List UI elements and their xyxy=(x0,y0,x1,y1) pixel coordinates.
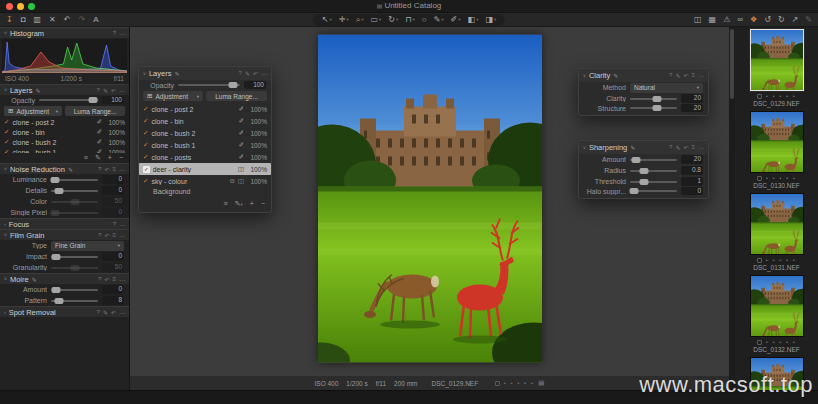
crop-tool-icon[interactable]: ▭▾ xyxy=(370,14,381,26)
help-icon[interactable]: ? xyxy=(239,70,242,77)
layer-row[interactable]: ✓clone - post 2✐100% xyxy=(0,117,129,127)
impact-value[interactable]: 0 xyxy=(102,252,124,261)
layer-row[interactable]: ✓clone - posts✐100% xyxy=(139,151,271,163)
layer-row[interactable]: ✓clone - bin✐100% xyxy=(0,127,129,137)
thumbnail-item[interactable]: • • • • • DSC_0129.NEF xyxy=(735,29,818,108)
add-layer-icon[interactable]: + xyxy=(250,200,254,208)
spot-removal-panel-header[interactable]: ›Spot Removal ?✎↶⋯ xyxy=(0,306,129,317)
fill-mask-tool-icon[interactable]: ◧▾ xyxy=(468,14,479,26)
cursor-annotate-icon[interactable]: ↗ xyxy=(792,14,799,26)
layer-type-dropdown[interactable]: ⊞Adjustment▾ xyxy=(4,106,62,116)
thumb-checkbox[interactable] xyxy=(757,340,762,345)
select-tool-icon[interactable]: ↖▾ xyxy=(322,14,332,26)
color-value[interactable]: 50 xyxy=(102,197,124,206)
layers-panel-header[interactable]: ˅Layers✎ ?✎↶⋯ xyxy=(0,84,129,95)
clarity-floating-panel[interactable]: ˅Clarity✎ ?✎↶≡⋯ MethodNatural▾ Clarity20… xyxy=(578,68,709,116)
add-layer-icon[interactable]: + xyxy=(108,154,112,162)
single-pixel-value[interactable]: 0 xyxy=(102,208,124,217)
capture-icon[interactable]: ◘ xyxy=(21,14,26,26)
amount-slider[interactable] xyxy=(630,159,677,161)
rotate-tool-icon[interactable]: ↻▾ xyxy=(388,14,398,26)
focus-panel-header[interactable]: ›Focus ?⋯ xyxy=(0,218,129,229)
brush-settings-icon[interactable]: ✎▾ xyxy=(235,200,243,208)
help-icon[interactable]: ? xyxy=(669,72,672,79)
thumb-checkbox[interactable] xyxy=(757,176,762,181)
sharpening-panel-header[interactable]: ˅Sharpening✎ ?✎↶≡⋯ xyxy=(579,141,708,154)
details-slider[interactable] xyxy=(51,190,98,192)
clarity-slider[interactable] xyxy=(630,98,677,100)
thumbnail-item[interactable]: • • • • • DSC_0131.NEF xyxy=(735,193,818,272)
halo-suppression-slider[interactable] xyxy=(630,190,677,192)
thumb-checkbox[interactable] xyxy=(757,94,762,99)
pan-tool-icon[interactable]: ✛▾ xyxy=(339,14,349,26)
list-mode-icon[interactable]: ≡ xyxy=(84,154,88,162)
single-pixel-slider[interactable] xyxy=(51,212,98,214)
moire-pattern-value[interactable]: 8 xyxy=(102,296,124,305)
import-icon[interactable]: ↧ xyxy=(6,14,13,26)
moire-amount-value[interactable]: 0 xyxy=(102,285,124,294)
mask-visibility-icon[interactable]: ❖ xyxy=(750,14,757,26)
amount-value[interactable]: 20 xyxy=(681,155,703,164)
redo-icon[interactable]: ↷ xyxy=(79,14,86,26)
film-grain-panel-header[interactable]: ˅Film Grain ?↶≡⋯ xyxy=(0,229,129,240)
proof-margin-icon[interactable]: ◫ xyxy=(694,14,702,26)
threshold-value[interactable]: 1 xyxy=(681,177,703,186)
structure-slider[interactable] xyxy=(630,107,677,109)
edit-mask-icon[interactable]: ✎ xyxy=(35,87,40,94)
photo-canvas[interactable] xyxy=(318,34,542,363)
help-icon[interactable]: ? xyxy=(669,144,672,151)
layer-row-selected[interactable]: ✓deer - clarity◫100% xyxy=(139,163,271,175)
halo-suppression-value[interactable]: 0 xyxy=(681,187,703,196)
thumbnail-item[interactable]: • • • • • DSC_0130.NEF xyxy=(735,111,818,190)
layer-row[interactable]: ✓clone - post 2✐100% xyxy=(139,103,271,115)
moire-pattern-slider[interactable] xyxy=(51,300,98,302)
grid-icon[interactable]: ▦ xyxy=(709,14,717,26)
clarity-method-dropdown[interactable]: Natural▾ xyxy=(630,83,703,93)
brush-icon[interactable]: ✎ xyxy=(245,70,250,77)
exposure-warning-icon[interactable]: ⚠ xyxy=(723,14,730,26)
opacity-value[interactable]: 100 xyxy=(244,81,266,90)
layer-row[interactable]: ✓clone - bush 1✐100% xyxy=(139,139,271,151)
rotate-ccw-icon[interactable]: ↺ xyxy=(764,14,771,26)
draw-mask-tool-icon[interactable]: ✎▾ xyxy=(434,14,444,26)
thumbnail-item[interactable]: • • • • • DSC_0132.NEF xyxy=(735,275,818,354)
color-slider[interactable] xyxy=(51,201,98,203)
edit-mask-icon[interactable]: ✎ xyxy=(174,70,179,77)
sharpening-floating-panel[interactable]: ˅Sharpening✎ ?✎↶≡⋯ Amount20 Radius0.8 Th… xyxy=(578,140,709,199)
opacity-slider[interactable] xyxy=(39,99,98,101)
reset-icon[interactable]: ↶ xyxy=(253,70,258,77)
histogram-panel-header[interactable]: ˅Histogram ?⋯ xyxy=(0,27,129,38)
undo-icon[interactable]: ↶ xyxy=(64,14,71,26)
grid-toggle-icon[interactable]: ▤ xyxy=(538,379,544,387)
layer-row[interactable]: ✓clone - bin✐100% xyxy=(139,115,271,127)
radius-slider[interactable] xyxy=(630,170,677,172)
moire-amount-slider[interactable] xyxy=(51,289,98,291)
moire-panel-header[interactable]: ˅Moire✎ ?↶≡⋯ xyxy=(0,273,129,284)
threshold-slider[interactable] xyxy=(630,181,677,183)
proofing-glasses-icon[interactable]: ∞ xyxy=(737,14,743,26)
background-layer-row[interactable]: Background xyxy=(139,187,271,196)
pick-checkbox[interactable] xyxy=(495,381,500,386)
structure-value[interactable]: 20 xyxy=(681,104,703,113)
details-value[interactable]: 0 xyxy=(102,186,124,195)
remove-layer-icon[interactable]: − xyxy=(261,200,265,208)
more-icon[interactable]: ⋯ xyxy=(261,70,267,77)
copy-adjustments-icon[interactable]: ▥ xyxy=(34,14,42,26)
layer-row[interactable]: ✓clone - bush 2✐100% xyxy=(0,137,129,147)
brush-settings-icon[interactable]: ✎ xyxy=(95,154,101,162)
annotation-text-icon[interactable]: A xyxy=(93,14,98,26)
granularity-value[interactable]: 50 xyxy=(102,263,124,272)
list-mode-icon[interactable]: ≡ xyxy=(224,200,228,208)
help-icon[interactable]: ? xyxy=(113,30,116,37)
gradient-mask-tool-icon[interactable]: ◨▾ xyxy=(485,14,496,26)
luma-range-button[interactable]: Luma Range... xyxy=(206,91,267,101)
pen-icon[interactable]: ✎ xyxy=(805,14,812,26)
clarity-panel-header[interactable]: ˅Clarity✎ ?✎↶≡⋯ xyxy=(579,69,708,82)
radius-value[interactable]: 0.8 xyxy=(681,166,703,175)
noise-reduction-panel-header[interactable]: ˅Noise Reduction✎ ?↶≡⋯ xyxy=(0,163,129,174)
layer-row[interactable]: ✓sky - colour⊙◫100% xyxy=(139,175,271,187)
thumb-checkbox[interactable] xyxy=(757,258,762,263)
clarity-value[interactable]: 20 xyxy=(681,94,703,103)
luminance-value[interactable]: 0 xyxy=(102,175,124,184)
loupe-tool-icon[interactable]: ⌕▾ xyxy=(356,14,364,26)
